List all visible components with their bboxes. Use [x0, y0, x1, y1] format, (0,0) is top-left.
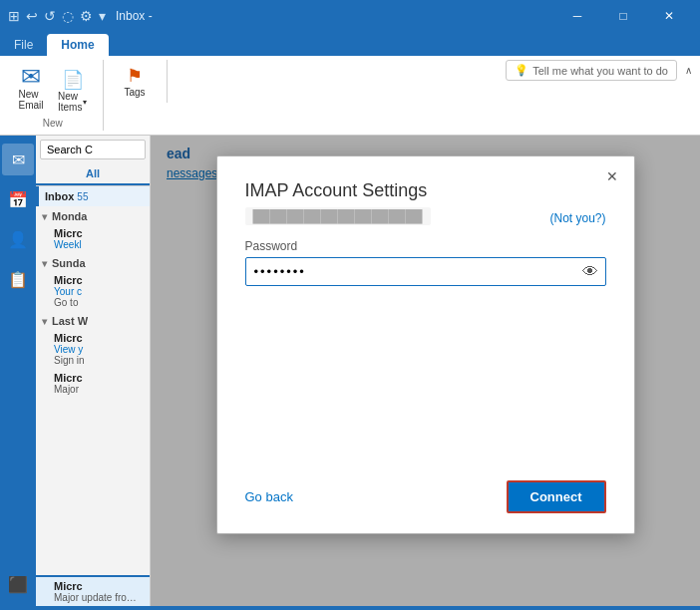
item-sub: View y: [54, 344, 144, 355]
new-email-label: NewEmail: [18, 89, 43, 111]
tab-all[interactable]: All: [36, 163, 150, 185]
ribbon-group-tags: ⚑ Tags: [108, 60, 168, 103]
title-bar: ⊞ ↩ ↺ ◌ ⚙ ▾ Inbox - ─ □ ✕: [0, 0, 700, 32]
undo-icon[interactable]: ↩: [26, 8, 38, 24]
item-name: Micrc: [54, 372, 144, 384]
nav-tasks[interactable]: 📋: [2, 263, 34, 295]
password-field-wrap: 👁: [245, 257, 606, 286]
lightbulb-icon: 💡: [515, 64, 528, 77]
collapse-button[interactable]: ∧: [685, 65, 692, 76]
dialog-close-button[interactable]: ✕: [600, 164, 624, 188]
new-items-label: NewItems ▾: [58, 91, 87, 113]
dropdown-icon[interactable]: ▾: [99, 8, 106, 24]
flag-icon: ⚑: [127, 65, 143, 87]
inbox-count: 55: [77, 191, 88, 202]
new-email-button[interactable]: ✉ NewEmail: [12, 62, 50, 116]
loading-icon: ◌: [62, 8, 74, 24]
title-bar-icons: ⊞ ↩ ↺ ◌ ⚙ ▾: [8, 8, 106, 24]
imap-settings-dialog: ✕ IMAP Account Settings ████████████████…: [216, 155, 635, 534]
folder-pane: All Inbox 55 ▾ Monda Micrc Weekl ▾ Sunda…: [36, 136, 151, 606]
tell-me-label: Tell me what you want to do: [532, 65, 668, 77]
ribbon-group-new: ✉ NewEmail 📄 NewItems ▾ New: [8, 60, 104, 131]
close-button[interactable]: ✕: [646, 0, 692, 32]
settings-icon[interactable]: ⚙: [80, 8, 93, 24]
collapse-arrow-monday: ▾: [42, 211, 47, 222]
new-items-icon: 📄: [62, 69, 84, 91]
dialog-footer: Go back Connect: [245, 480, 606, 513]
app-icon: ⊞: [8, 8, 20, 24]
tab-home[interactable]: Home: [47, 34, 108, 56]
status-bar: Items: 66 All folders are up to date. ⬛ …: [0, 606, 700, 610]
group-lastweek-label: Last W: [52, 315, 88, 327]
item-sub2: Sign in: [54, 355, 144, 366]
content-pane: ead nessages ✕ IMAP Account Settings ███…: [151, 136, 700, 606]
tags-label: Tags: [124, 87, 145, 98]
item-name-bottom: Micrc: [54, 580, 144, 592]
ribbon-content: ✉ NewEmail 📄 NewItems ▾ New ⚑ Tags 💡 Tel…: [0, 56, 700, 136]
nav-more[interactable]: ⬛: [2, 568, 34, 600]
show-password-icon[interactable]: 👁: [582, 263, 598, 281]
item-name: Micrc: [54, 274, 144, 286]
tell-me-area: 💡 Tell me what you want to do ∧: [506, 60, 692, 81]
item-name: Micrc: [54, 332, 144, 344]
collapse-arrow-lastweek: ▾: [42, 316, 47, 327]
connect-button[interactable]: Connect: [507, 480, 606, 513]
item-sub: Weekl: [54, 239, 144, 250]
redo-icon[interactable]: ↺: [44, 8, 56, 24]
list-item[interactable]: Micrc View y Sign in: [36, 329, 150, 369]
password-input[interactable]: [245, 257, 606, 286]
inbox-label: Inbox: [45, 190, 74, 202]
folder-search-area: [36, 136, 150, 163]
main-area: ✉ 📅 👤 📋 ⬛ All Inbox 55 ▾ Monda Micrc Wee…: [0, 136, 700, 606]
list-item[interactable]: Micrc Your c Go to: [36, 271, 150, 311]
maximize-button[interactable]: □: [600, 0, 646, 32]
dialog-email: ████████████████████: [245, 207, 431, 225]
group-monday[interactable]: ▾ Monda: [36, 206, 150, 224]
dialog-spacer: [245, 298, 606, 457]
tell-me-input[interactable]: 💡 Tell me what you want to do: [506, 60, 677, 81]
not-you-link[interactable]: (Not you?): [549, 211, 605, 225]
new-items-button[interactable]: 📄 NewItems ▾: [52, 62, 93, 116]
tab-file[interactable]: File: [0, 34, 47, 56]
new-email-icon: ✉: [21, 65, 41, 89]
nav-mail[interactable]: ✉: [2, 144, 34, 175]
tags-button[interactable]: ⚑ Tags: [118, 62, 151, 101]
list-item[interactable]: Micrc Major: [36, 369, 150, 398]
dialog-title: IMAP Account Settings: [245, 180, 606, 201]
folder-search-input[interactable]: [40, 140, 146, 159]
password-label: Password: [245, 239, 606, 253]
dialog-overlay: ✕ IMAP Account Settings ████████████████…: [151, 136, 700, 606]
group-monday-label: Monda: [52, 210, 87, 222]
ribbon: File Home ✉ NewEmail 📄 NewItems ▾ New ⚑ …: [0, 32, 700, 136]
item-sub2: Major: [54, 384, 144, 395]
ribbon-tabs: File Home: [0, 32, 700, 56]
nav-people[interactable]: 👤: [2, 223, 34, 255]
go-back-button[interactable]: Go back: [245, 485, 293, 508]
minimize-button[interactable]: ─: [554, 0, 600, 32]
collapse-arrow-sunday: ▾: [42, 258, 47, 269]
group-sunday-label: Sunda: [52, 257, 86, 269]
new-group-label: New: [43, 118, 63, 129]
item-sub2: Go to: [54, 297, 144, 308]
window-title: Inbox -: [116, 9, 554, 23]
group-sunday[interactable]: ▾ Sunda: [36, 253, 150, 271]
inbox-item[interactable]: Inbox 55: [36, 186, 150, 206]
nav-calendar[interactable]: 📅: [2, 183, 34, 215]
group-lastweek[interactable]: ▾ Last W: [36, 311, 150, 329]
window-controls: ─ □ ✕: [554, 0, 692, 32]
item-name: Micrc: [54, 227, 144, 239]
list-item-bottom[interactable]: Micrc Major update from Messa...: [36, 575, 150, 606]
collapse-icon: ∧: [685, 65, 692, 76]
folder-tabs: All: [36, 163, 150, 186]
sidebar-nav: ✉ 📅 👤 📋 ⬛: [0, 136, 36, 606]
item-sub: Your c: [54, 286, 144, 297]
item-sub2-bottom: Major update from Messa...: [54, 592, 144, 603]
list-item[interactable]: Micrc Weekl: [36, 224, 150, 253]
